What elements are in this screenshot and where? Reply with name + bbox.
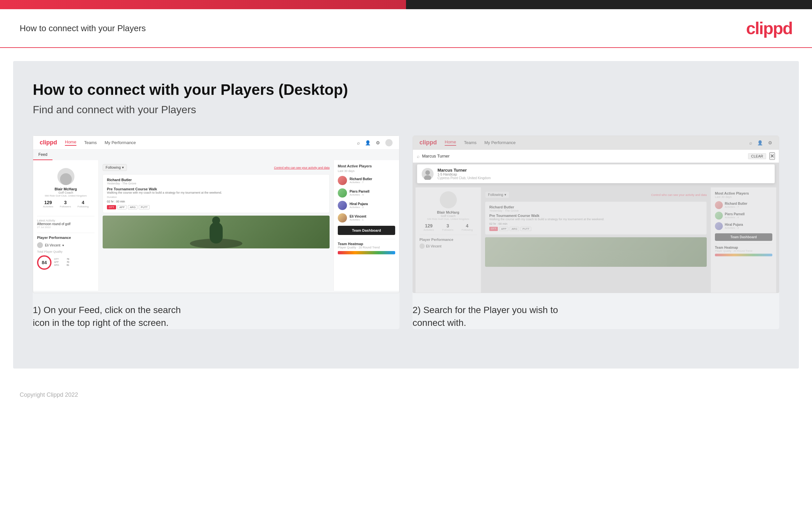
top-gradient-bar (0, 0, 812, 9)
player-avatar-4 (338, 213, 347, 222)
heatmap-bar (338, 251, 395, 254)
search-input-area: ⌕ Marcus Turner (417, 154, 745, 159)
player-performance-section: Player Performance Eli Vincent ▾ Total P… (37, 233, 94, 270)
search-icon[interactable]: ⌕ (357, 140, 360, 145)
right-panel-1: Most Active Players Last 30 days Richard… (334, 160, 399, 291)
following-button[interactable]: Following ▾ (103, 164, 127, 171)
tag-app: APP (117, 205, 127, 209)
profile-name: Blair McHarg (40, 187, 92, 191)
app-logo-1: clippd (40, 139, 57, 146)
followers-stat: 3 Followers (60, 200, 71, 208)
copyright-text: Copyright Clippd 2022 (20, 391, 78, 398)
control-link[interactable]: Control who can see your activity and da… (274, 166, 330, 169)
player-select-avatar (37, 242, 43, 248)
player-avatar-2 (338, 188, 347, 198)
step1-caption: 1) On your Feed, click on the searchicon… (33, 303, 399, 329)
close-button[interactable]: ✕ (769, 152, 775, 160)
clear-button[interactable]: CLEAR (748, 153, 766, 159)
svg-point-4 (425, 170, 430, 175)
feed-tab-1[interactable]: Feed (33, 150, 52, 160)
svg-rect-1 (209, 222, 223, 244)
search-bar: ⌕ Marcus Turner CLEAR ✕ (413, 150, 779, 163)
activities-stat: 129 Activities (43, 200, 53, 208)
team-dashboard-button[interactable]: Team Dashboard (338, 226, 395, 235)
profile-stats: 129 Activities 3 Followers 4 Following (40, 200, 92, 208)
search-result-dropdown[interactable]: Marcus Turner 1-5 Handicap Cypress Point… (417, 164, 775, 183)
screenshots-row: clippd Home Teams My Performance ⌕ 👤 ⚙ F… (33, 135, 779, 329)
player-list-item: Eli Vincent Activities : 1 (338, 213, 395, 222)
caption-1: 1) On your Feed, click on the searchicon… (33, 293, 399, 329)
search-icon-input: ⌕ (417, 154, 420, 159)
screenshot-1: clippd Home Teams My Performance ⌕ 👤 ⚙ F… (33, 135, 399, 329)
tag-arg: ARG (128, 205, 137, 209)
hero-title: How to connect with your Players (Deskto… (33, 81, 779, 98)
middle-panel-1: Following ▾ Control who can see your act… (99, 160, 334, 291)
page-title: How to connect with your Players (20, 23, 146, 34)
app-bar-row: APP 70 (54, 261, 69, 263)
player-avatar-1 (338, 176, 347, 185)
player-list-item: Piers Parnell Activities : 4 (338, 188, 395, 198)
tag-ott: OTT (107, 205, 116, 209)
background-content: Blair McHarg Golf Coach Mill Ride Golf C… (413, 185, 779, 293)
app-screenshot-1: clippd Home Teams My Performance ⌕ 👤 ⚙ F… (33, 135, 399, 293)
avatar-icon[interactable] (385, 139, 392, 146)
performance-bars: OTT 79 APP (54, 258, 69, 267)
player-avatar-3 (338, 201, 347, 210)
team-heatmap-section: Team Heatmap Player Quality · 20 Round T… (338, 239, 395, 254)
hero-subtitle: Find and connect with your Players (33, 104, 779, 116)
nav-my-performance[interactable]: My Performance (105, 140, 136, 145)
screenshot-2: clippd Home Teams My Performance ⌕ 👤 ⚙ (413, 135, 779, 329)
player-list-item: Hiral Pujara Activities : 3 (338, 201, 395, 210)
following-bar: Following ▾ Control who can see your act… (103, 164, 330, 171)
result-info: Marcus Turner 1-5 Handicap Cypress Point… (437, 168, 491, 180)
profile-avatar (57, 168, 75, 185)
step2-caption: 2) Search for the Player you wish toconn… (413, 303, 779, 329)
caption-2: 2) Search for the Player you wish toconn… (413, 293, 779, 329)
app-body-1: Blair McHarg Golf Coach Mill Ride Golf C… (33, 160, 399, 291)
golfer-image (103, 216, 330, 248)
app-nav-1: clippd Home Teams My Performance ⌕ 👤 ⚙ (33, 136, 399, 150)
page-header: How to connect with your Players clippd (0, 9, 812, 48)
player-list-item: Richard Butler Activities : 7 (338, 176, 395, 185)
ott-bar-row: OTT 79 (54, 258, 69, 260)
result-avatar (422, 168, 434, 180)
profile-club: Mill Ride Golf Club, United Kingdom (40, 194, 92, 197)
profile-card: Blair McHarg Golf Coach Mill Ride Golf C… (37, 164, 94, 212)
clippd-logo: clippd (746, 18, 792, 38)
search-query-value[interactable]: Marcus Turner (422, 154, 449, 159)
player-select[interactable]: Eli Vincent ▾ (37, 242, 94, 248)
tag-putt: PUTT (139, 205, 150, 209)
tpq-score: 84 (37, 255, 51, 270)
nav-home[interactable]: Home (65, 139, 77, 146)
settings-icon[interactable]: ⚙ (376, 140, 380, 145)
following-stat: 4 Following (78, 200, 89, 208)
footer: Copyright Clippd 2022 (0, 382, 812, 408)
search-overlay: ⌕ Marcus Turner CLEAR ✕ (413, 150, 779, 293)
activity-card: Richard Butler Yesterday · The Grove Pre… (103, 174, 330, 213)
main-content-area: How to connect with your Players (Deskto… (13, 61, 799, 369)
svg-point-2 (212, 217, 220, 224)
left-panel-1: Blair McHarg Golf Coach Mill Ride Golf C… (33, 160, 99, 291)
activity-tags: OTT APP ARG PUTT (107, 205, 325, 209)
latest-activity-section: Latest Activity Afternoon round of golf … (37, 216, 94, 229)
nav-teams[interactable]: Teams (84, 140, 97, 145)
user-icon[interactable]: 👤 (365, 140, 371, 145)
arg-bar-row: ARG 61 (54, 264, 69, 266)
nav-icons: ⌕ 👤 ⚙ (357, 139, 392, 146)
app-screenshot-2: clippd Home Teams My Performance ⌕ 👤 ⚙ (413, 135, 779, 293)
profile-role: Golf Coach (40, 191, 92, 194)
